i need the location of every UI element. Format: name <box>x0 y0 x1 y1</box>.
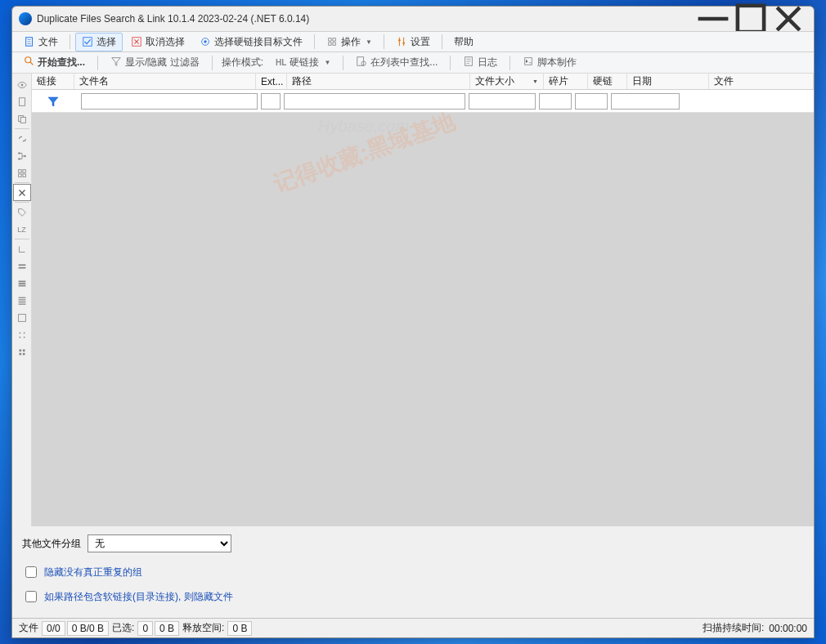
select-icon <box>82 36 93 47</box>
status-selected-size: 0 B <box>155 621 179 636</box>
svg-point-12 <box>20 83 23 86</box>
filter-hard-input[interactable] <box>575 93 608 110</box>
magnifier-icon <box>24 56 35 69</box>
side-bar2-icon[interactable] <box>13 275 31 292</box>
svg-point-8 <box>25 57 31 63</box>
status-free-size: 0 B <box>227 621 252 636</box>
status-scan-label: 扫描持续时间: <box>701 621 765 635</box>
check-hide-softlink[interactable]: 如果路径包含软链接(目录连接), 则隐藏文件 <box>22 588 804 605</box>
toolbar-separator <box>450 56 451 70</box>
menubar: 文件 选择 取消选择 选择硬链接目标文件 操作 ▼ 设置 帮助 <box>12 31 814 52</box>
side-eye-icon[interactable] <box>13 76 31 93</box>
menu-deselect[interactable]: 取消选择 <box>124 33 191 51</box>
svg-rect-23 <box>18 264 25 266</box>
menu-separator <box>70 34 70 49</box>
search-in-list-button[interactable]: 在列表中查找... <box>349 52 444 73</box>
checkbox-hide-softlink[interactable] <box>25 591 37 602</box>
svg-rect-32 <box>18 314 25 321</box>
menu-settings[interactable]: 设置 <box>389 33 437 51</box>
svg-rect-28 <box>18 297 25 297</box>
menu-help[interactable]: 帮助 <box>447 33 480 51</box>
menu-select[interactable]: 选择 <box>75 33 123 51</box>
script-button[interactable]: 脚本制作 <box>516 52 583 73</box>
menu-separator <box>384 34 384 49</box>
side-file-icon[interactable] <box>13 93 31 110</box>
list-search-icon <box>356 56 367 69</box>
filter-date-input[interactable] <box>611 93 680 110</box>
side-dot1-icon[interactable] <box>13 326 31 343</box>
side-tree-icon[interactable] <box>13 147 31 164</box>
check-hide-nodup[interactable]: 隐藏没有真正重复的组 <box>22 564 804 580</box>
start-search-button[interactable]: 开始查找... <box>17 52 92 73</box>
svg-point-34 <box>23 332 25 333</box>
menu-select-hardlink-target[interactable]: 选择硬链接目标文件 <box>193 33 309 51</box>
svg-rect-38 <box>22 349 25 351</box>
svg-point-33 <box>19 332 20 333</box>
bottom-controls: 其他文件分组 无 隐藏没有真正重复的组 如果路径包含软链接(目录连接), 则隐藏… <box>12 526 814 618</box>
col-link[interactable]: 链接 <box>32 74 74 89</box>
funnel-icon[interactable] <box>32 95 74 108</box>
col-ext[interactable]: Ext... <box>256 74 287 89</box>
filter-ext-input[interactable] <box>261 93 281 110</box>
col-fileinfo[interactable]: 文件 <box>709 74 814 89</box>
svg-point-6 <box>398 39 401 42</box>
content-area: LZ 链接 文件名 Ext... 路径 文件大小 碎片 硬链 日期 文件 <box>12 74 814 526</box>
col-filename[interactable]: 文件名 <box>74 74 256 89</box>
svg-rect-29 <box>18 299 25 300</box>
side-bar3-icon[interactable] <box>13 292 31 309</box>
maximize-button[interactable] <box>732 7 770 31</box>
menu-operate[interactable]: 操作 ▼ <box>320 33 379 51</box>
col-path[interactable]: 路径 <box>287 74 470 89</box>
group-label: 其他文件分组 <box>22 537 81 551</box>
minimize-button[interactable] <box>694 7 732 31</box>
svg-rect-25 <box>18 280 25 282</box>
side-link-icon[interactable] <box>13 130 31 147</box>
filter-path-input[interactable] <box>284 93 465 110</box>
toolbar-separator <box>97 56 98 70</box>
svg-rect-37 <box>19 349 21 351</box>
filter-filename-input[interactable] <box>81 93 258 110</box>
toolbar-separator <box>343 56 343 70</box>
side-dot2-icon[interactable] <box>13 343 31 360</box>
log-button[interactable]: 日志 <box>456 52 504 73</box>
menu-separator <box>442 34 442 49</box>
toolbar: 开始查找... 显示/隐藏 过滤器 操作模式: HL 硬链接 ▼ 在列表中查找.… <box>12 52 814 74</box>
toggle-filters-button[interactable]: 显示/隐藏 过滤器 <box>104 52 206 73</box>
svg-rect-26 <box>18 283 25 284</box>
filter-icon <box>110 56 122 69</box>
side-separator <box>15 182 29 183</box>
side-bar1-icon[interactable] <box>13 257 31 275</box>
svg-rect-0 <box>738 6 764 32</box>
checkbox-hide-nodup[interactable] <box>25 566 37 578</box>
col-filesize[interactable]: 文件大小 <box>470 74 544 89</box>
svg-rect-20 <box>22 169 25 172</box>
side-collapse-icon[interactable] <box>13 240 31 257</box>
col-hardchain[interactable]: 硬链 <box>588 74 627 89</box>
side-copy-icon[interactable] <box>13 110 31 127</box>
side-grid-icon[interactable] <box>13 164 31 181</box>
side-tag-icon[interactable] <box>13 203 31 221</box>
operate-icon <box>326 36 338 47</box>
svg-rect-2 <box>83 38 92 47</box>
status-file-count: 0/0 <box>42 621 65 636</box>
svg-point-36 <box>23 336 25 338</box>
status-file-size: 0 B/0 B <box>67 621 109 636</box>
menu-file[interactable]: 文件 <box>17 33 65 51</box>
app-icon <box>19 12 32 25</box>
side-close-icon[interactable] <box>13 184 31 201</box>
col-fragments[interactable]: 碎片 <box>544 74 588 89</box>
close-button[interactable] <box>770 7 807 31</box>
filter-size-input[interactable] <box>469 93 536 110</box>
group-select[interactable]: 无 <box>88 534 231 552</box>
filter-frag-input[interactable] <box>539 93 572 110</box>
svg-rect-15 <box>20 117 25 123</box>
side-lz-label[interactable]: LZ <box>13 221 31 238</box>
svg-rect-30 <box>18 301 25 302</box>
col-date[interactable]: 日期 <box>627 74 709 89</box>
svg-rect-13 <box>19 97 25 105</box>
side-bar4-icon[interactable] <box>13 309 31 326</box>
watermark-text: 记得收藏:黑域基地 <box>270 105 460 200</box>
hardlink-mode-button[interactable]: HL 硬链接 ▼ <box>269 52 337 73</box>
side-separator <box>15 202 29 203</box>
toolbar-separator <box>510 56 510 70</box>
